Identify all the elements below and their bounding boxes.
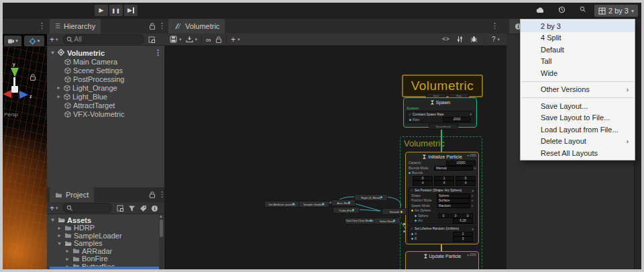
attach-link-icon[interactable]: ∞ [206, 36, 211, 44]
constant-spawn-rate-block[interactable]: ✓ Constant Spawn Rate ▾ [407, 111, 474, 117]
collapse-icon[interactable]: ▾ [472, 189, 474, 193]
bounds-center-x[interactable]: 0 [413, 176, 433, 181]
scrollbar-thumb[interactable] [160, 220, 163, 237]
blackboard-toggle-icon[interactable] [456, 36, 464, 43]
persp-label[interactable]: Persp [4, 111, 18, 118]
foldout-icon[interactable]: ▸ [56, 93, 62, 99]
gizmo-lock-icon[interactable] [30, 74, 36, 81]
output-port-dot[interactable] [292, 203, 294, 205]
hidden-count-info-icon[interactable] [151, 205, 158, 212]
menu-item-2by3[interactable]: 2 by 3 [521, 20, 635, 32]
menu-item-reset-all-layouts[interactable]: Reset All Layouts [521, 147, 635, 159]
foldout-icon[interactable]: ▾ [50, 217, 56, 223]
foldout-icon[interactable]: ▸ [64, 248, 70, 254]
lock-icon[interactable] [215, 36, 222, 43]
sphere-y[interactable]: 0 [450, 214, 461, 219]
play-button[interactable]: ▶ [95, 5, 108, 16]
foldout-icon[interactable]: ▸ [56, 225, 62, 231]
tree-row[interactable]: PostProcessing [64, 75, 124, 83]
shape-dropdown[interactable]: Sphere [437, 193, 470, 199]
lifetime-a-field[interactable]: 2 [453, 232, 473, 237]
menu-item-save-layout[interactable]: Save Layout... [521, 100, 635, 112]
bounds-mode-dropdown[interactable]: Manual [434, 166, 473, 171]
operator-node[interactable]: Axis: Real [331, 199, 356, 206]
create-button[interactable]: + [50, 35, 54, 44]
tree-row[interactable]: ▸Light_Orange [56, 83, 117, 92]
show-code-button[interactable]: <> [442, 36, 449, 43]
output-port-dot[interactable] [393, 220, 395, 222]
layout-dropdown-button[interactable]: 2 by 3 ▾ [594, 5, 638, 17]
gizmo-center-cube[interactable] [11, 86, 18, 93]
collapse-icon[interactable]: ▾ [470, 112, 472, 116]
collapse-icon[interactable]: ▾ [472, 227, 474, 231]
debug-bug-icon[interactable] [470, 36, 478, 43]
lifetime-b-field[interactable]: 3 [453, 236, 473, 242]
menu-item-other-versions[interactable]: Other Versions› [521, 84, 635, 96]
bounds-center-z[interactable]: 0 [455, 176, 476, 181]
spawn-event-port[interactable]: SpawnEvent [429, 124, 458, 130]
capacity-field[interactable]: 10000 [446, 161, 476, 166]
draw-mode-button[interactable]: ▾ [4, 36, 21, 46]
tree-row[interactable]: VFX-Volumetric [64, 109, 124, 118]
axis-y-cone[interactable] [11, 68, 19, 77]
undo-history-button[interactable] [558, 6, 566, 14]
bounds-size-y[interactable]: 4 [434, 181, 454, 186]
port-dot[interactable] [411, 233, 413, 235]
foldout-icon[interactable]: ▸ [56, 85, 62, 91]
scene-orientation-gizmo[interactable]: y z Persp [3, 60, 47, 121]
port-dot[interactable] [411, 238, 413, 240]
menu-item-save-layout-to-file[interactable]: Save Layout to File... [521, 112, 635, 124]
output-port-dot[interactable] [352, 209, 354, 211]
output-port-dot[interactable] [400, 211, 402, 213]
pick-object-icon[interactable] [148, 36, 155, 43]
output-port-dot[interactable] [370, 220, 372, 222]
scene-kebab-icon[interactable]: ⋮ [154, 49, 162, 56]
menu-item-delete-layout[interactable]: Delete Layout› [521, 136, 635, 148]
vfx-graph-canvas[interactable]: Volumetric Start Stop Spawn System ✓ Con… [164, 46, 506, 269]
operator-node[interactable]: Value Noise [374, 218, 400, 224]
arc-field[interactable]: 6.28 [453, 218, 473, 224]
port-dot[interactable] [411, 210, 413, 212]
scene-root-row[interactable]: ▾ Volumetric ⋮ [50, 48, 162, 57]
rate-field[interactable]: 2000 [443, 117, 471, 122]
tab-project[interactable]: Project [50, 187, 94, 202]
cloud-services-button[interactable] [535, 7, 543, 14]
init-input-port-dot[interactable] [403, 230, 405, 232]
add-button[interactable]: +▾ [231, 35, 240, 44]
sphere-x[interactable]: 0 [438, 214, 449, 219]
set-lifetime-block[interactable]: ✓ Set Lifetime Random (Uniform) ▾ A2 B3 [408, 226, 476, 242]
operator-node[interactable]: Turbo (Fire) [333, 207, 360, 214]
search-by-type-icon[interactable] [117, 205, 123, 212]
search-button[interactable] [580, 6, 588, 14]
operator-node[interactable]: Sample Gradient [299, 201, 329, 208]
axis-x-cone[interactable] [3, 90, 11, 98]
scrollbar[interactable] [159, 214, 164, 269]
pause-button[interactable]: ❚❚ [109, 5, 123, 16]
scene-menu-kebab-icon[interactable]: ⋮ [38, 22, 46, 30]
scroll-up-icon[interactable] [160, 215, 162, 218]
port-dot[interactable] [415, 220, 417, 222]
create-button[interactable]: + [50, 203, 54, 213]
selected-row-highlight[interactable] [50, 267, 159, 269]
port-dot[interactable] [415, 215, 417, 217]
panel-menu-kebab-icon[interactable]: ⋮ [491, 22, 498, 30]
foldout-icon[interactable]: ▸ [56, 232, 62, 238]
system-boundary-label[interactable]: Volumetric [404, 138, 445, 148]
bounds-center-y[interactable]: 1 [434, 176, 454, 181]
lock-icon[interactable] [149, 23, 156, 30]
port-dot[interactable] [409, 119, 411, 121]
operator-node[interactable]: Right (4_Blend) [354, 194, 388, 201]
help-button[interactable]: ?▾ [492, 36, 500, 43]
operator-node[interactable]: Smooth [382, 208, 407, 215]
check-icon[interactable]: ✓ [411, 189, 413, 192]
tree-row[interactable]: AttractTarget [64, 101, 115, 109]
save-button[interactable]: ▾ [170, 36, 182, 43]
gizmos-button[interactable]: ▾ [24, 36, 44, 46]
port-dot[interactable] [409, 172, 411, 174]
init-input-port-dot[interactable] [403, 223, 405, 225]
sphere-z[interactable]: 0 [462, 214, 473, 219]
output-port-dot[interactable] [348, 201, 350, 203]
project-search-input[interactable] [62, 203, 112, 213]
check-icon[interactable]: ✓ [411, 227, 413, 230]
set-position-block[interactable]: ✓ Set Position (Shape: Arc Sphere) ▾ Sha… [408, 187, 476, 224]
